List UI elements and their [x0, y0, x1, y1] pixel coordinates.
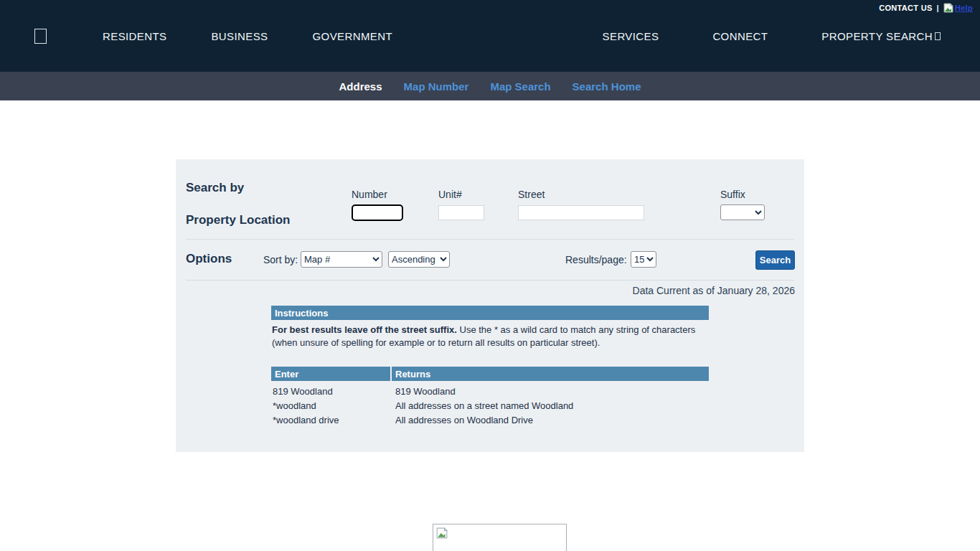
examples-header-row: Enter Returns — [271, 367, 709, 381]
enter-cell: *woodland — [271, 397, 392, 412]
logo-placeholder-icon[interactable] — [34, 29, 47, 44]
caret-placeholder-icon — [935, 32, 941, 40]
street-input[interactable] — [518, 205, 644, 220]
instructions-box: Instructions For best results leave off … — [271, 306, 709, 353]
search-subnav: Address Map Number Map Search Search Hom… — [0, 72, 980, 100]
search-panel: Search by Property Location Number Unit#… — [176, 159, 804, 452]
options-heading: Options — [186, 252, 232, 266]
street-label: Street — [518, 189, 545, 200]
suffix-label: Suffix — [720, 189, 745, 200]
number-input[interactable] — [352, 204, 403, 221]
panel-heading-line1: Search by — [186, 181, 244, 195]
divider-line — [186, 239, 794, 240]
broken-image-icon — [436, 527, 446, 537]
instructions-title: Instructions — [271, 306, 709, 320]
results-per-page-label: Results/page: — [565, 254, 627, 265]
col-header-returns: Returns — [392, 367, 709, 381]
unit-label: Unit# — [438, 189, 462, 200]
nav-item-government[interactable]: GOVERNMENT — [313, 30, 393, 42]
nav-item-business[interactable]: BUSINESS — [211, 30, 268, 42]
tab-map-search[interactable]: Map Search — [490, 80, 550, 93]
returns-cell: All addresses on a street named Woodland — [392, 397, 709, 412]
tab-map-number[interactable]: Map Number — [404, 80, 469, 93]
nav-item-property-search[interactable]: PROPERTY SEARCH — [821, 30, 941, 42]
table-row: *woodland All addresses on a street name… — [271, 397, 709, 412]
search-button[interactable]: Search — [755, 250, 795, 270]
main-nav: RESIDENTS BUSINESS GOVERNMENT SERVICES C… — [0, 0, 980, 72]
number-label: Number — [352, 189, 387, 200]
enter-cell: 819 Woodland — [271, 383, 392, 397]
tab-address[interactable]: Address — [339, 80, 382, 93]
enter-cell: *woodland drive — [271, 412, 392, 426]
examples-rows: 819 Woodland 819 Woodland *woodland All … — [271, 381, 709, 426]
instructions-lead: For best results leave off the street su… — [272, 324, 457, 335]
tab-search-home[interactable]: Search Home — [573, 80, 641, 93]
returns-cell: All addresses on Woodland Drive — [392, 412, 709, 426]
instructions-text: For best results leave off the street su… — [271, 320, 709, 353]
examples-table: Enter Returns 819 Woodland 819 Woodland … — [271, 367, 709, 426]
nav-item-services[interactable]: SERVICES — [603, 30, 659, 42]
sort-by-label: Sort by: — [263, 254, 298, 265]
results-per-page-select[interactable]: 15 — [631, 251, 656, 268]
panel-heading-line2: Property Location — [186, 213, 290, 227]
footer-image-placeholder — [433, 524, 567, 551]
returns-cell: 819 Woodland — [392, 383, 709, 397]
nav-right-group: SERVICES CONNECT PROPERTY SEARCH — [603, 30, 941, 42]
site-header: CONTACT US | Help RESIDENTS BUSINESS GOV… — [0, 0, 980, 72]
table-row: 819 Woodland 819 Woodland — [271, 383, 709, 397]
nav-item-property-search-label: PROPERTY SEARCH — [821, 30, 933, 42]
nav-item-residents[interactable]: RESIDENTS — [103, 30, 166, 42]
nav-item-connect[interactable]: CONNECT — [712, 30, 768, 42]
col-header-enter: Enter — [271, 367, 392, 381]
divider-line — [186, 280, 794, 281]
table-row: *woodland drive All addresses on Woodlan… — [271, 412, 709, 426]
nav-left-group: RESIDENTS BUSINESS GOVERNMENT — [103, 30, 392, 42]
suffix-select[interactable] — [720, 204, 765, 220]
unit-input[interactable] — [438, 205, 484, 220]
sort-order-select[interactable]: Ascending — [388, 251, 450, 268]
data-current-text: Data Current as of January 28, 2026 — [633, 285, 795, 296]
sort-field-select[interactable]: Map # — [301, 251, 382, 268]
